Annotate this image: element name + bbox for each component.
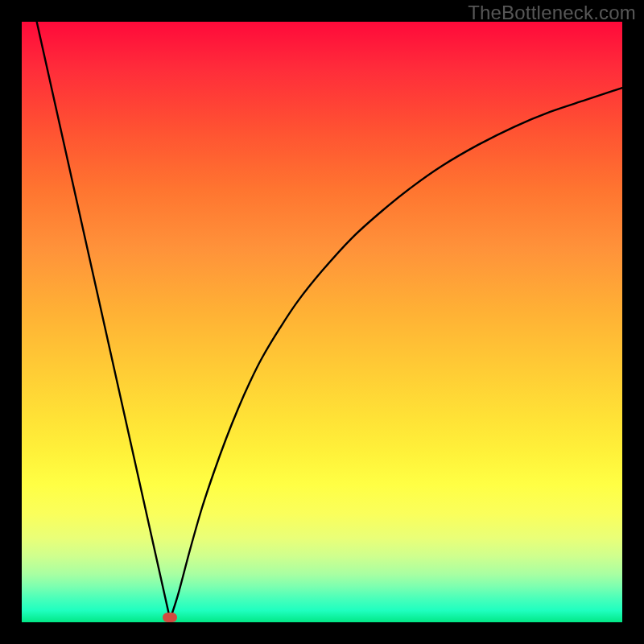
curve-layer bbox=[0, 0, 644, 644]
curve-left-branch bbox=[37, 22, 171, 619]
curve-right-branch bbox=[170, 88, 622, 619]
minimum-marker bbox=[163, 613, 177, 622]
watermark-text: TheBottleneck.com bbox=[468, 2, 636, 24]
